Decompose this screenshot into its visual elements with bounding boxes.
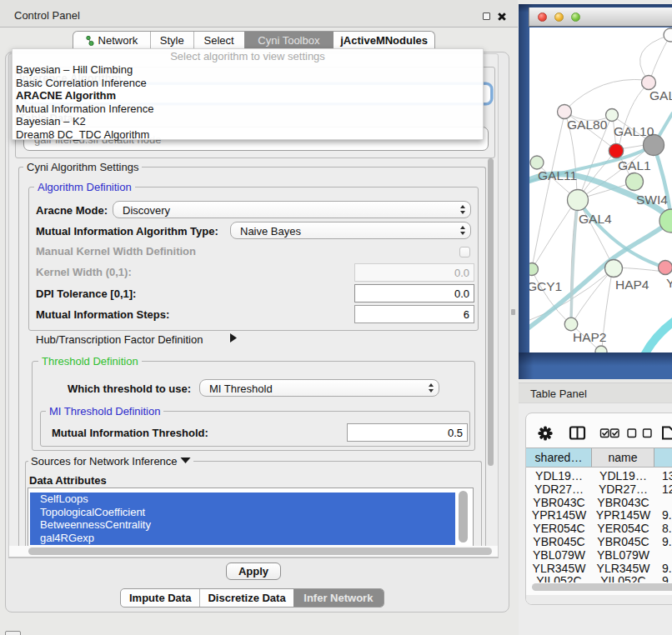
svg-text:HAP2: HAP2 xyxy=(573,330,607,344)
svg-text:YM: YM xyxy=(666,276,672,290)
svg-text:GAL4: GAL4 xyxy=(579,212,612,226)
svg-text:HAP4: HAP4 xyxy=(615,278,649,292)
svg-text:GAL80: GAL80 xyxy=(567,118,608,132)
svg-text:GAL1: GAL1 xyxy=(618,158,651,172)
svg-text:GAL2: GAL2 xyxy=(649,88,672,102)
svg-text:GAL10: GAL10 xyxy=(614,124,654,138)
svg-text:GCY1: GCY1 xyxy=(529,279,562,293)
svg-text:GAL11: GAL11 xyxy=(538,168,577,182)
svg-text:SWI4: SWI4 xyxy=(636,192,668,207)
